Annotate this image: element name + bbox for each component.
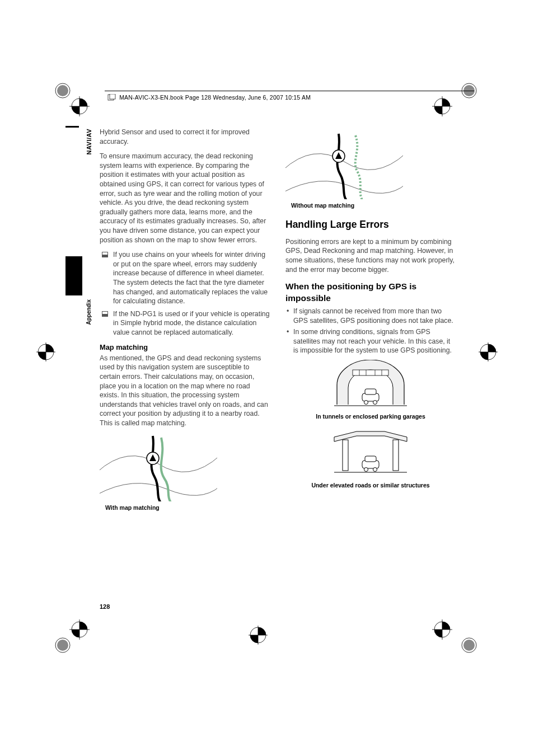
- heading-handling-large-errors: Handling Large Errors: [285, 218, 456, 232]
- caption-elevated: Under elevated roads or similar structur…: [285, 481, 456, 489]
- column-left: Hybrid Sensor and used to correct it for…: [100, 128, 270, 518]
- gps-item-driving-conditions: In some driving conditions, signals from…: [285, 327, 456, 355]
- header-rule: [105, 91, 474, 91]
- svg-rect-48: [393, 440, 399, 471]
- reg-mark-tl: [51, 78, 91, 118]
- edge-tab-top: [65, 126, 79, 128]
- caption-with-map-matching: With map matching: [105, 504, 270, 511]
- para-handling-large-errors: Positioning errors are kept to a minimum…: [285, 237, 456, 274]
- svg-rect-43: [365, 389, 376, 395]
- svg-point-1: [57, 85, 68, 96]
- svg-rect-37: [353, 370, 388, 375]
- column-right: Without map matching Handling Large Erro…: [285, 128, 456, 518]
- running-head: MAN-AVIC-X3-EN.book Page 128 Wednesday, …: [106, 94, 311, 101]
- figure-elevated-road: [285, 426, 456, 479]
- note-chains: If you use chains on your wheels for win…: [100, 250, 270, 306]
- reg-mark-br: [431, 618, 481, 658]
- notes-list: If you use chains on your wheels for win…: [100, 250, 270, 337]
- caption-tunnel: In tunnels or enclosed parking garages: [285, 412, 456, 420]
- running-head-text: MAN-AVIC-X3-EN.book Page 128 Wednesday, …: [119, 94, 311, 101]
- gps-item-two-sats: If signals cannot be received from more …: [285, 307, 456, 325]
- para-map-matching: As mentioned, the GPS and dead reckoning…: [100, 354, 270, 428]
- reg-mark-bl: [51, 618, 91, 658]
- reg-mark-tr: [431, 78, 481, 118]
- sidebar-appendix: Appendix: [86, 299, 92, 325]
- page-number: 128: [100, 603, 110, 610]
- reg-mark-mr: [479, 342, 498, 361]
- svg-point-28: [463, 640, 475, 651]
- para-hybrid-sensor: Hybrid Sensor and used to correct it for…: [100, 128, 270, 146]
- heading-map-matching: Map matching: [100, 342, 270, 352]
- svg-rect-30: [110, 94, 115, 99]
- figure-tunnel: [285, 360, 456, 410]
- note-ndpg1: If the ND-PG1 is used or if your vehicle…: [100, 309, 270, 337]
- reg-mark-ml: [36, 342, 55, 361]
- heading-gps-impossible: When the positioning by GPS is impossibl…: [285, 281, 456, 304]
- svg-point-51: [364, 468, 368, 472]
- sidebar-naviav: NAVI/AV: [86, 129, 92, 155]
- para-dead-reckoning: To ensure maximum accuracy, the dead rec…: [100, 152, 270, 245]
- svg-point-20: [57, 640, 68, 651]
- svg-rect-47: [343, 440, 348, 471]
- svg-point-52: [373, 468, 377, 472]
- figure-without-map-matching: [285, 131, 403, 199]
- svg-point-45: [373, 400, 377, 404]
- svg-point-44: [364, 400, 368, 404]
- caption-without-map-matching: Without map matching: [291, 201, 456, 209]
- edge-tab-block: [65, 256, 82, 295]
- gps-impossible-list: If signals cannot be received from more …: [285, 307, 456, 355]
- reg-mark-bm: [249, 626, 268, 645]
- figure-with-map-matching: [100, 433, 217, 501]
- svg-rect-50: [365, 456, 376, 462]
